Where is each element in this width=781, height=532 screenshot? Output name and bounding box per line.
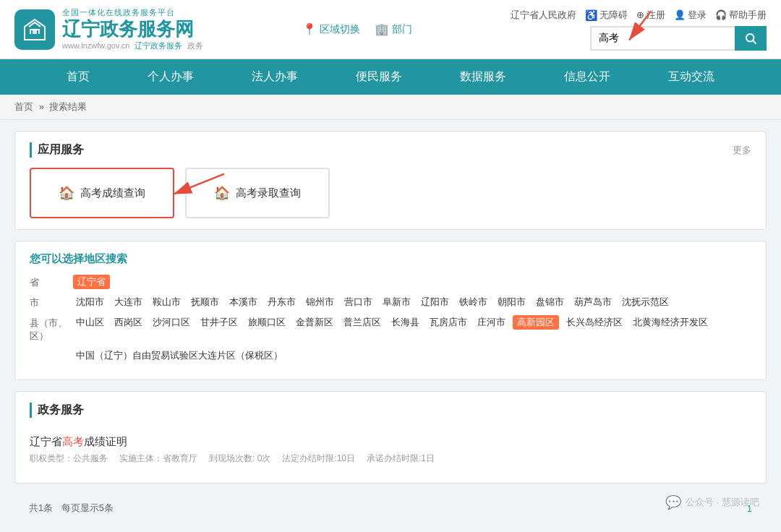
region-search-title[interactable]: 您可以选择地区搜索 <box>30 252 751 266</box>
meta-visits: 到现场次数: 0次 <box>209 452 270 465</box>
gov-services-section: 政务服务 辽宁省高考成绩证明 职权类型：公共服务 实施主体：省教育厅 到现场次数… <box>14 391 767 484</box>
logo-text-area: 全国一体化在线政务服务平台 辽宁政务服务网 www.lnzwfw.gov.cn … <box>62 7 203 51</box>
service-name-highlight: 高考 <box>62 435 84 447</box>
district-label: 县（市、区） <box>30 315 73 343</box>
dist-zhongshan[interactable]: 中山区 <box>73 315 107 330</box>
gov-services-title: 政务服务 <box>30 403 751 418</box>
accessibility-link[interactable]: ♿ 无障碍 <box>585 9 628 22</box>
region-switch[interactable]: 📍 区域切换 <box>302 22 360 36</box>
district-row: 县（市、区） 中山区 西岗区 沙河口区 甘井子区 旅顺口区 金普新区 普兰店区 … <box>30 315 751 343</box>
headset-icon: 🎧 <box>715 9 727 20</box>
login-link[interactable]: 👤 登录 <box>674 9 707 22</box>
logo-area: 全国一体化在线政务服务平台 辽宁政务服务网 www.lnzwfw.gov.cn … <box>14 7 203 51</box>
meta-promise-limit: 承诺办结时限:1日 <box>367 452 435 465</box>
breadcrumb: 首页 » 搜索结果 <box>0 95 781 120</box>
register-link[interactable]: ⊕ 注册 <box>636 9 665 22</box>
dist-lushunkou[interactable]: 旅顺口区 <box>245 315 289 330</box>
city-tags: 沈阳市 大连市 鞍山市 抚顺市 本溪市 丹东市 锦州市 营口市 阜新市 辽阳市 … <box>73 295 672 309</box>
ftz-tags: 中国（辽宁）自由贸易试验区大连片区（保税区） <box>73 348 286 363</box>
service-score-label: 高考成绩查询 <box>80 186 145 200</box>
dist-shahekou[interactable]: 沙河口区 <box>150 315 193 330</box>
dist-wafangdian[interactable]: 瓦房店市 <box>427 315 470 330</box>
search-button[interactable] <box>735 26 767 51</box>
city-shenfu[interactable]: 沈抚示范区 <box>619 295 672 309</box>
district-tags: 中山区 西岗区 沙河口区 甘井子区 旅顺口区 金普新区 普兰店区 长海县 瓦房店… <box>73 315 711 330</box>
service-item-score[interactable]: 🏠 高考成绩查询 <box>30 168 174 218</box>
province-tag-liaoning[interactable]: 辽宁省 <box>73 275 110 289</box>
dist-beihuanghai[interactable]: 北黄海经济开发区 <box>630 315 711 330</box>
nav-interact[interactable]: 互动交流 <box>639 59 743 95</box>
ftz-label <box>30 348 73 350</box>
breadcrumb-current: 搜索结果 <box>49 101 87 112</box>
logo-icon <box>14 9 55 50</box>
header-right: 辽宁省人民政府 ♿ 无障碍 ⊕ 注册 👤 登录 🎧 帮助手册 <box>511 9 767 51</box>
city-jinzhou[interactable]: 锦州市 <box>303 295 337 309</box>
nav-personal[interactable]: 个人办事 <box>119 59 223 95</box>
watermark: 💬 公众号 · 慧源读吧 <box>665 494 759 510</box>
city-benxi[interactable]: 本溪市 <box>226 295 260 309</box>
logo-url: www.lnzwfw.gov.cn 辽宁政务服务 政务 <box>62 40 203 51</box>
city-label: 市 <box>30 295 73 309</box>
nav-home[interactable]: 首页 <box>38 59 119 95</box>
breadcrumb-sep: » <box>39 101 44 112</box>
main-content: 应用服务 更多 🏠 高考成绩查询 🏠 高考录取查询 您可以选择地区搜索 省 <box>0 120 781 532</box>
search-bar <box>590 26 767 51</box>
nav-info[interactable]: 信息公开 <box>535 59 639 95</box>
app-services-section: 应用服务 更多 🏠 高考成绩查询 🏠 高考录取查询 <box>14 131 767 230</box>
dist-changhai[interactable]: 长海县 <box>388 315 422 330</box>
per-page-count: 每页显示5条 <box>61 502 114 513</box>
city-anshan[interactable]: 鞍山市 <box>150 295 184 309</box>
ftz-dalian[interactable]: 中国（辽宁）自由贸易试验区大连片区（保税区） <box>73 348 286 363</box>
nav-data[interactable]: 数据服务 <box>431 59 535 95</box>
header: 全国一体化在线政务服务平台 辽宁政务服务网 www.lnzwfw.gov.cn … <box>0 0 781 59</box>
city-dandong[interactable]: 丹东市 <box>265 295 299 309</box>
city-shenyang[interactable]: 沈阳市 <box>73 295 107 309</box>
service-admission-label: 高考录取查询 <box>236 186 301 200</box>
ftz-row: 中国（辽宁）自由贸易试验区大连片区（保税区） <box>30 348 751 363</box>
city-fuxin[interactable]: 阜新市 <box>380 295 414 309</box>
pagination-info: 共1条 每页显示5条 <box>29 502 114 515</box>
svg-point-2 <box>746 34 754 42</box>
city-liaoyang[interactable]: 辽阳市 <box>418 295 452 309</box>
total-count: 共1条 <box>29 502 53 513</box>
app-services-grid: 🏠 高考成绩查询 🏠 高考录取查询 <box>30 168 751 218</box>
dist-ganjingzi[interactable]: 甘井子区 <box>197 315 241 330</box>
service-meta: 职权类型：公共服务 实施主体：省教育厅 到现场次数: 0次 法定办结时限:10日… <box>30 452 751 465</box>
service-name[interactable]: 辽宁省高考成绩证明 <box>30 435 751 449</box>
dist-jinpu[interactable]: 金普新区 <box>293 315 336 330</box>
city-chaoyang[interactable]: 朝阳市 <box>495 295 529 309</box>
region-search-section: 您可以选择地区搜索 省 辽宁省 市 沈阳市 大连市 鞍山市 抚顺市 本溪市 丹东… <box>14 241 767 380</box>
more-link[interactable]: 更多 <box>733 144 751 157</box>
province-tags: 辽宁省 <box>73 275 110 289</box>
header-top-links: 辽宁省人民政府 ♿ 无障碍 ⊕ 注册 👤 登录 🎧 帮助手册 <box>511 9 767 22</box>
city-yingkou[interactable]: 营口市 <box>341 295 375 309</box>
app-services-header: 应用服务 更多 <box>30 142 751 158</box>
province-link[interactable]: 辽宁省人民政府 <box>511 9 576 22</box>
dist-pulandian[interactable]: 普兰店区 <box>341 315 384 330</box>
house-icon-score: 🏠 <box>59 185 74 201</box>
city-huludao[interactable]: 葫芦岛市 <box>571 295 615 309</box>
register-icon: ⊕ <box>636 9 644 20</box>
city-fushun[interactable]: 抚顺市 <box>188 295 222 309</box>
dist-zhuanghe[interactable]: 庄河市 <box>474 315 508 330</box>
nav-legal[interactable]: 法人办事 <box>223 59 327 95</box>
search-input[interactable] <box>590 26 735 51</box>
dist-xigang[interactable]: 西岗区 <box>111 315 145 330</box>
svg-line-3 <box>753 40 756 43</box>
breadcrumb-home[interactable]: 首页 <box>14 101 33 112</box>
service-item-admission[interactable]: 🏠 高考录取查询 <box>185 168 330 218</box>
help-link[interactable]: 🎧 帮助手册 <box>715 9 767 22</box>
meta-legal-limit: 法定办结时限:10日 <box>282 452 355 465</box>
city-row: 市 沈阳市 大连市 鞍山市 抚顺市 本溪市 丹东市 锦州市 营口市 阜新市 辽阳… <box>30 295 751 309</box>
header-middle: 📍 区域切换 🏢 部门 <box>302 22 412 36</box>
app-services-title: 应用服务 <box>30 142 84 158</box>
city-panjin[interactable]: 盘锦市 <box>533 295 567 309</box>
province-row: 省 辽宁省 <box>30 275 751 289</box>
city-dalian[interactable]: 大连市 <box>111 295 145 309</box>
dist-changxingdao[interactable]: 长兴岛经济区 <box>563 315 626 330</box>
search-icon <box>744 32 757 45</box>
dept-switch[interactable]: 🏢 部门 <box>375 22 412 36</box>
dist-gaoxin[interactable]: 高新园区 <box>513 315 559 330</box>
city-tieling[interactable]: 铁岭市 <box>456 295 490 309</box>
nav-convenient[interactable]: 便民服务 <box>327 59 431 95</box>
